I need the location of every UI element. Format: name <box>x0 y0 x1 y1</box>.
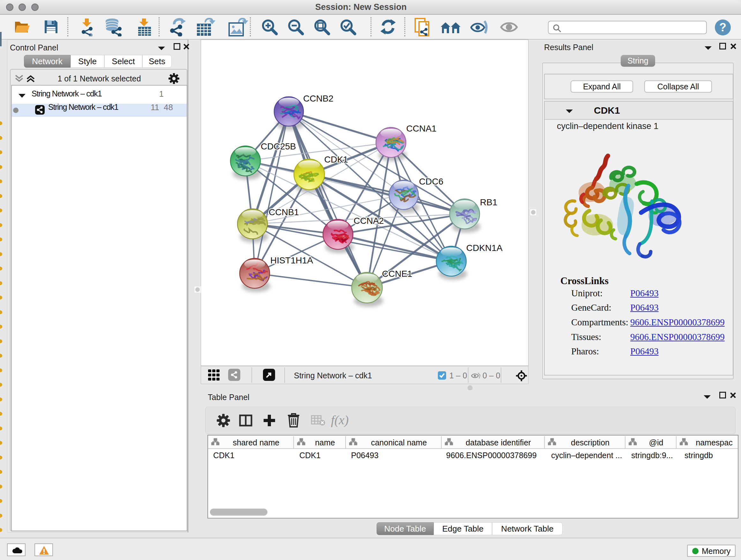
svg-text:CDK1: CDK1 <box>324 154 348 165</box>
svg-text:CDC25B: CDC25B <box>261 141 296 151</box>
svg-text:CCNA2: CCNA2 <box>354 216 384 226</box>
svg-text:RB1: RB1 <box>480 197 497 207</box>
svg-text:CCNB1: CCNB1 <box>269 207 299 217</box>
svg-text:CCNE1: CCNE1 <box>382 269 412 279</box>
svg-text:HIST1H1A: HIST1H1A <box>270 255 313 265</box>
svg-text:CCNB2: CCNB2 <box>303 94 333 104</box>
svg-text:CDKN1A: CDKN1A <box>466 243 502 253</box>
svg-text:CCNA1: CCNA1 <box>406 124 436 133</box>
svg-text:CDC6: CDC6 <box>419 177 443 186</box>
